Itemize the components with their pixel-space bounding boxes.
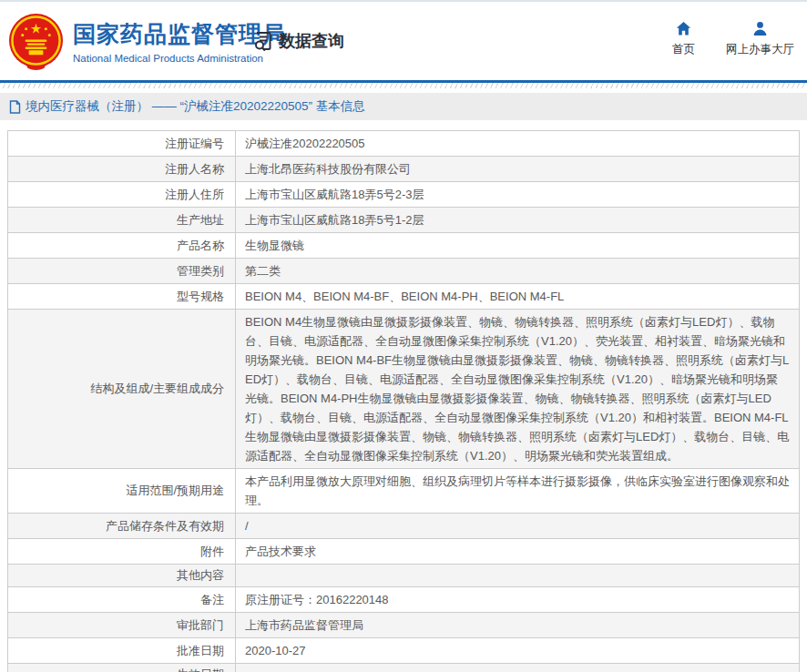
- row-value: /: [236, 514, 800, 539]
- table-row: 适用范围/预期用途本产品利用显微放大原理对细胞、组织及病理切片等样本进行摄影摄像…: [8, 469, 800, 514]
- table-row: 批准日期2020-10-27: [8, 638, 800, 664]
- row-label: 产品名称: [8, 233, 236, 259]
- document-icon: [9, 100, 21, 114]
- row-value: 沪械注准20202220505: [236, 131, 800, 157]
- home-icon: [676, 21, 691, 36]
- breadcrumb-text: 境内医疗器械（注册） —— “沪械注准20202220505” 基本信息: [26, 98, 365, 115]
- nav-home-label: 首页: [672, 42, 695, 57]
- row-label: 型号规格: [8, 284, 236, 310]
- data-query-label: 数据查询: [279, 30, 344, 52]
- table-row: 附件产品技术要求: [8, 539, 800, 565]
- table-row: 注册人名称上海北昂医药科技股份有限公司: [8, 157, 800, 182]
- row-label: 管理类别: [8, 259, 236, 284]
- row-value: BEION M4生物显微镜由显微摄影摄像装置、物镜、物镜转换器、照明系统（卤素灯…: [236, 310, 800, 469]
- breadcrumb: 境内医疗器械（注册） —— “沪械注准20202220505” 基本信息: [0, 93, 807, 120]
- hatch-band: [0, 83, 807, 88]
- table-row: 产品名称生物显微镜: [8, 233, 800, 259]
- table-row: 其他内容: [8, 565, 800, 587]
- nav-service-hall[interactable]: 网上办事大厅: [726, 21, 794, 57]
- table-row: 生产地址上海市宝山区威航路18弄5号1-2层: [8, 208, 800, 233]
- row-label: 注册人名称: [8, 157, 236, 182]
- top-nav: 首页 网上办事大厅: [672, 21, 794, 57]
- row-value: 上海市宝山区威航路18弄5号1-2层: [236, 208, 800, 233]
- row-label: 备注: [8, 587, 236, 613]
- row-value: 生物显微镜: [236, 233, 800, 259]
- org-name-en: National Medical Products Administration: [73, 53, 286, 64]
- row-value: 原注册证号：20162220148: [236, 587, 800, 613]
- row-value: 产品技术要求: [236, 539, 800, 565]
- row-label: 批准日期: [8, 638, 236, 664]
- row-value: 上海市药品监督管理局: [236, 613, 800, 638]
- row-value: [236, 565, 800, 587]
- info-table-body: 注册证编号沪械注准20202220505注册人名称上海北昂医药科技股份有限公司注…: [8, 131, 800, 672]
- table-row: 产品储存条件及有效期/: [8, 514, 800, 539]
- row-value: 上海市宝山区威航路18弄5号2-3层: [236, 182, 800, 208]
- row-value: 第二类: [236, 259, 800, 284]
- row-label: 其他内容: [8, 565, 236, 587]
- row-label: 产品储存条件及有效期: [8, 514, 236, 539]
- row-label: 结构及组成/主要组成成分: [8, 310, 236, 469]
- table-row: 生效日期: [8, 664, 800, 672]
- table-row: 注册人住所上海市宝山区威航路18弄5号2-3层: [8, 182, 800, 208]
- row-value: 上海北昂医药科技股份有限公司: [236, 157, 800, 182]
- table-row: 备注原注册证号：20162220148: [8, 587, 800, 613]
- document-search-icon: [252, 30, 274, 52]
- registration-info-table: 注册证编号沪械注准20202220505注册人名称上海北昂医药科技股份有限公司注…: [7, 130, 800, 672]
- row-value: BEION M4、BEION M4-BF、BEION M4-PH、BEION M…: [236, 284, 800, 310]
- row-label: 生效日期: [8, 664, 236, 672]
- row-label: 生产地址: [8, 208, 236, 233]
- nav-home[interactable]: 首页: [672, 21, 695, 57]
- row-label: 审批部门: [8, 613, 236, 638]
- person-icon: [752, 21, 768, 36]
- table-row: 型号规格BEION M4、BEION M4-BF、BEION M4-PH、BEI…: [8, 284, 800, 310]
- table-row: 审批部门上海市药品监督管理局: [8, 613, 800, 638]
- table-row: 管理类别第二类: [8, 259, 800, 284]
- row-label: 注册证编号: [8, 131, 236, 157]
- site-header: 国家药品监督管理局 National Medical Products Admi…: [0, 2, 807, 80]
- row-value: 2020-10-27: [236, 638, 800, 664]
- table-row: 注册证编号沪械注准20202220505: [8, 131, 800, 157]
- nav-service-hall-label: 网上办事大厅: [726, 42, 794, 57]
- row-value: [236, 664, 800, 672]
- row-label: 附件: [8, 539, 236, 565]
- row-label: 注册人住所: [8, 182, 236, 208]
- row-label: 适用范围/预期用途: [8, 469, 236, 514]
- nmpa-emblem-logo: [7, 12, 65, 71]
- data-query-section: 数据查询: [252, 30, 344, 52]
- row-value: 本产品利用显微放大原理对细胞、组织及病理切片等样本进行摄影摄像，供临床实验室进行…: [236, 469, 800, 514]
- table-row: 结构及组成/主要组成成分BEION M4生物显微镜由显微摄影摄像装置、物镜、物镜…: [8, 310, 800, 469]
